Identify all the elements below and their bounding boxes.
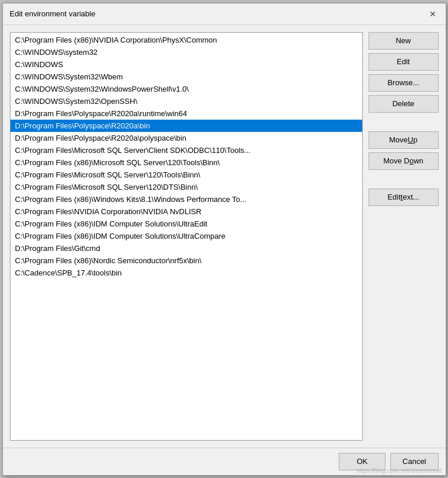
list-item[interactable]: C:\Program Files (x86)\Microsoft SQL Ser… — [11, 156, 362, 169]
list-item[interactable]: C:\Program Files (x86)\Nordic Semiconduc… — [11, 254, 362, 267]
delete-button[interactable]: Delete — [369, 95, 439, 113]
list-item[interactable]: C:\WINDOWS\System32\OpenSSH\ — [11, 95, 362, 107]
buttons-panel: New Edit Browse... Delete Move Up Move D… — [369, 32, 439, 441]
list-item[interactable]: C:\Program Files\Microsoft SQL Server\Cl… — [11, 144, 362, 156]
list-item[interactable]: C:\WINDOWS — [11, 58, 362, 71]
list-item[interactable]: D:\Program Files\Git\cmd — [11, 242, 362, 254]
edit-env-var-dialog: Edit environment variable ✕ C:\Program F… — [2, 3, 446, 476]
edit-text-button[interactable]: Edit text... — [369, 189, 439, 206]
move-down-button[interactable]: Move Down — [369, 152, 439, 170]
browse-button[interactable]: Browse... — [369, 74, 439, 92]
list-item[interactable]: C:\Program Files (x86)\IDM Computer Solu… — [11, 218, 362, 230]
list-item[interactable]: C:\Program Files (x86)\IDM Computer Solu… — [11, 230, 362, 242]
list-item[interactable]: C:\WINDOWS\System32\Wbem — [11, 71, 362, 83]
list-item[interactable]: C:\Program Files (x86)\NVIDIA Corporatio… — [11, 34, 362, 46]
close-button[interactable]: ✕ — [427, 8, 439, 20]
move-up-button[interactable]: Move Up — [369, 131, 439, 149]
list-item[interactable]: C:\Program Files\NVIDIA Corporation\NVID… — [11, 205, 362, 218]
edit-button[interactable]: Edit — [369, 53, 439, 71]
watermark: https://blog.csdn.net/dreamdonut — [357, 467, 442, 474]
dialog-content: C:\Program Files (x86)\NVIDIA Corporatio… — [3, 25, 446, 448]
list-item[interactable]: C:\WINDOWS\system32 — [11, 46, 362, 58]
list-item[interactable]: C:\Cadence\SPB_17.4\tools\bin — [11, 267, 362, 279]
list-item[interactable]: C:\Program Files\Microsoft SQL Server\12… — [11, 181, 362, 193]
button-spacer — [369, 116, 439, 128]
dialog-title: Edit environment variable — [10, 9, 96, 18]
new-button[interactable]: New — [369, 32, 439, 50]
list-item[interactable]: D:\Program Files\Polyspace\R2020a\runtim… — [11, 107, 362, 120]
title-bar: Edit environment variable ✕ — [3, 4, 446, 25]
env-var-list[interactable]: C:\Program Files (x86)\NVIDIA Corporatio… — [10, 32, 363, 441]
list-item[interactable]: C:\Program Files\Microsoft SQL Server\12… — [11, 169, 362, 181]
button-spacer-2 — [369, 173, 439, 185]
list-item[interactable]: D:\Program Files\Polyspace\R2020a\polysp… — [11, 132, 362, 144]
list-item[interactable]: D:\Program Files\Polyspace\R2020a\bin — [11, 120, 362, 132]
list-item[interactable]: C:\WINDOWS\System32\WindowsPowerShell\v1… — [11, 83, 362, 95]
list-item[interactable]: C:\Program Files (x86)\Windows Kits\8.1\… — [11, 193, 362, 205]
